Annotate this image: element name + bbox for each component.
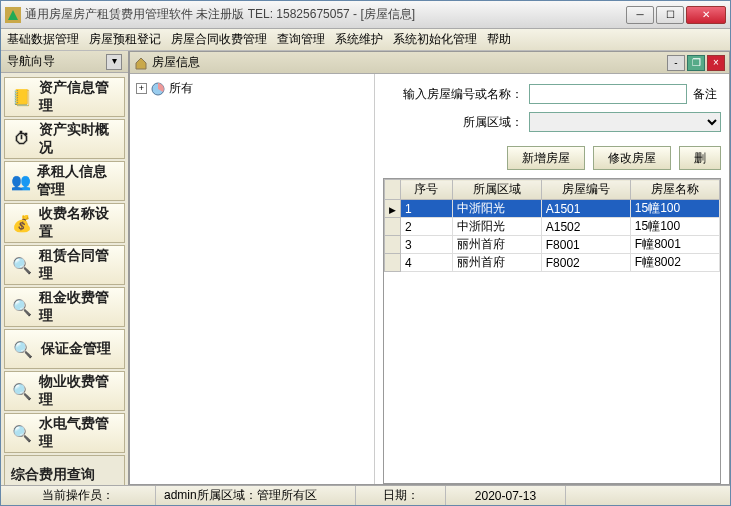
cell: 1 [401,200,453,218]
search-icon: 🔍 [11,379,33,403]
nav-label: 保证金管理 [41,340,111,358]
nav-deposit[interactable]: 🔍保证金管理 [4,329,125,369]
app-icon [5,7,21,23]
inner-title: 房屋信息 [152,54,200,71]
row-indicator-header [385,180,401,200]
table-row[interactable]: 4 丽州首府 F8002 F幢8002 [385,254,720,272]
maximize-button[interactable]: ☐ [656,6,684,24]
status-operator-value: admin所属区域：管理所有区 [156,486,356,505]
menu-contract-fee[interactable]: 房屋合同收费管理 [171,31,267,48]
inner-window-buttons: - ❐ × [667,55,725,71]
menu-query[interactable]: 查询管理 [277,31,325,48]
form-pane: 输入房屋编号或名称： 备注 所属区域： 新增房屋 修改房屋 删 [375,74,729,484]
money-icon: 💰 [11,211,33,235]
sidebar-toggle-button[interactable]: ▾ [106,54,122,70]
table-row[interactable]: 2 中浙阳光 A1502 15幢100 [385,218,720,236]
col-area[interactable]: 所属区域 [452,180,541,200]
nav-list: 📒资产信息管理 ⏱资产实时概况 👥承租人信息管理 💰收费名称设置 🔍租赁合同管理… [1,73,128,485]
search-row: 输入房屋编号或名称： 备注 [383,84,721,104]
nav-asset-realtime[interactable]: ⏱资产实时概况 [4,119,125,159]
cell: F8001 [541,236,630,254]
cell: 4 [401,254,453,272]
sidebar-header: 导航向导 ▾ [1,51,128,73]
inner-minimize-button[interactable]: - [667,55,685,71]
table-row[interactable]: 3 丽州首府 F8001 F幢8001 [385,236,720,254]
pie-icon [151,82,165,96]
cell: 丽州首府 [452,236,541,254]
window-buttons: ─ ☐ ✕ [626,6,726,24]
table-row[interactable]: ▶ 1 中浙阳光 A1501 15幢100 [385,200,720,218]
nav-rent-fee[interactable]: 🔍租金收费管理 [4,287,125,327]
nav-asset-info[interactable]: 📒资产信息管理 [4,77,125,117]
cell: 中浙阳光 [452,218,541,236]
menu-system-init[interactable]: 系统初始化管理 [393,31,477,48]
add-house-button[interactable]: 新增房屋 [507,146,585,170]
tree-root[interactable]: + 所有 [136,80,368,97]
col-seq[interactable]: 序号 [401,180,453,200]
menu-system-maint[interactable]: 系统维护 [335,31,383,48]
button-row: 新增房屋 修改房屋 删 [383,146,721,170]
nav-combined-query[interactable]: 综合费用查询 [4,455,125,485]
inner-restore-button[interactable]: ❐ [687,55,705,71]
nav-label: 租金收费管理 [39,289,118,325]
nav-label: 物业收费管理 [39,373,118,409]
menu-help[interactable]: 帮助 [487,31,511,48]
nav-label: 综合费用查询 [11,466,95,484]
status-date-value: 2020-07-13 [446,486,566,505]
menubar: 基础数据管理 房屋预租登记 房屋合同收费管理 查询管理 系统维护 系统初始化管理… [1,29,730,51]
sidebar: 导航向导 ▾ 📒资产信息管理 ⏱资产实时概况 👥承租人信息管理 💰收费名称设置 … [1,51,129,485]
nav-property-fee[interactable]: 🔍物业收费管理 [4,371,125,411]
search-icon: 🔍 [11,253,33,277]
cell: A1502 [541,218,630,236]
menu-prerent[interactable]: 房屋预租登记 [89,31,161,48]
status-date-label: 日期： [356,486,446,505]
delete-house-button[interactable]: 删 [679,146,721,170]
statusbar: 当前操作员： admin所属区域：管理所有区 日期： 2020-07-13 [1,485,730,505]
minimize-button[interactable]: ─ [626,6,654,24]
inner-close-button[interactable]: × [707,55,725,71]
app-window: 通用房屋房产租赁费用管理软件 未注册版 TEL: 15825675057 - [… [0,0,731,506]
cell: F8002 [541,254,630,272]
data-grid[interactable]: 序号 所属区域 房屋编号 房屋名称 ▶ 1 中浙阳光 [383,178,721,484]
grid-header-row: 序号 所属区域 房屋编号 房屋名称 [385,180,720,200]
cell: A1501 [541,200,630,218]
search-icon: 🔍 [11,337,35,361]
sidebar-title: 导航向导 [7,53,55,70]
search-icon: 🔍 [11,421,33,445]
search-input[interactable] [529,84,687,104]
menu-basic-data[interactable]: 基础数据管理 [7,31,79,48]
remark-label: 备注 [693,86,721,103]
inner-titlebar: 房屋信息 - ❐ × [130,52,729,74]
search-icon: 🔍 [11,295,33,319]
expand-icon[interactable]: + [136,83,147,94]
area-select[interactable] [529,112,721,132]
cell: 3 [401,236,453,254]
col-name[interactable]: 房屋名称 [630,180,719,200]
nav-fee-names[interactable]: 💰收费名称设置 [4,203,125,243]
status-operator-label: 当前操作员： [1,486,156,505]
nav-lease-contract[interactable]: 🔍租赁合同管理 [4,245,125,285]
book-icon: 📒 [11,85,33,109]
clock-icon: ⏱ [11,127,33,151]
nav-label: 承租人信息管理 [37,163,118,199]
close-button[interactable]: ✕ [686,6,726,24]
nav-tenant-info[interactable]: 👥承租人信息管理 [4,161,125,201]
inner-body: + 所有 输入房屋编号或名称： 备注 所属区域： [130,74,729,484]
nav-label: 租赁合同管理 [39,247,118,283]
cell: 15幢100 [630,200,719,218]
titlebar: 通用房屋房产租赁费用管理软件 未注册版 TEL: 15825675057 - [… [1,1,730,29]
cell: F幢8002 [630,254,719,272]
nav-label: 收费名称设置 [39,205,118,241]
tree-root-label: 所有 [169,80,193,97]
nav-utility-fee[interactable]: 🔍水电气费管理 [4,413,125,453]
title-text: 通用房屋房产租赁费用管理软件 未注册版 TEL: 15825675057 - [… [25,6,626,23]
current-row-icon: ▶ [389,205,396,215]
cell: F幢8001 [630,236,719,254]
cell: 15幢100 [630,218,719,236]
inner-window: 房屋信息 - ❐ × + 所有 输入 [129,51,730,485]
cell: 2 [401,218,453,236]
edit-house-button[interactable]: 修改房屋 [593,146,671,170]
col-code[interactable]: 房屋编号 [541,180,630,200]
cell: 丽州首府 [452,254,541,272]
nav-label: 资产实时概况 [39,121,118,157]
